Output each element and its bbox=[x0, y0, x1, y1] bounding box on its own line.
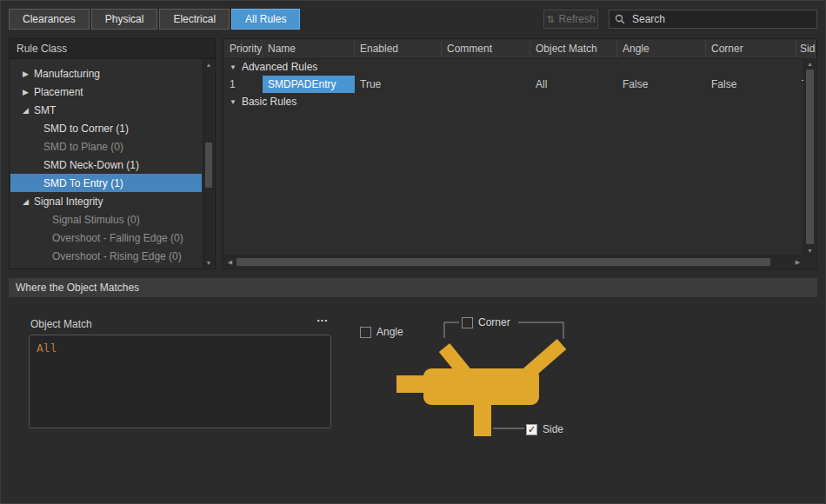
column-header-comment[interactable]: Comment bbox=[442, 40, 530, 58]
tree-item-label: SMD Neck-Down (1) bbox=[43, 159, 139, 171]
table-body: ▼ Advanced Rules 1 SMDPADEntry True All … bbox=[224, 58, 803, 110]
refresh-button[interactable]: ⇅ Refresh bbox=[543, 10, 598, 29]
collapse-icon[interactable]: ▶ bbox=[23, 88, 34, 96]
side-checkbox[interactable]: ✓ bbox=[526, 424, 537, 435]
object-match-label: Object Match bbox=[30, 318, 92, 330]
expand-icon[interactable]: ◢ bbox=[23, 106, 34, 115]
search-input[interactable] bbox=[630, 12, 811, 26]
tree-item-label: Overshoot - Rising Edge (0) bbox=[52, 250, 182, 262]
group-row-advanced-rules[interactable]: ▼ Advanced Rules bbox=[224, 58, 803, 76]
tree-item-manufacturing[interactable]: ▶ Manufacturing bbox=[10, 64, 202, 83]
corner-option: Corner bbox=[462, 316, 510, 328]
rule-category-tabs: Clearances Physical Electrical All Rules bbox=[9, 9, 300, 30]
search-box bbox=[609, 10, 817, 29]
tree-item-smd-to-plane[interactable]: SMD to Plane (0) bbox=[10, 137, 202, 156]
rule-class-panel-title: Rule Class bbox=[10, 39, 215, 59]
scrollbar-thumb[interactable] bbox=[205, 143, 212, 188]
query-builder-button[interactable]: ... bbox=[311, 312, 334, 326]
tree-item-label: SMD to Corner (1) bbox=[43, 123, 129, 135]
tree-item-label: Manufacturing bbox=[34, 68, 100, 80]
column-header-priority[interactable]: Priority bbox=[224, 40, 263, 58]
tree-vertical-scrollbar[interactable]: ▲ ▼ bbox=[203, 59, 214, 268]
smd-pad-shape bbox=[423, 368, 539, 405]
where-object-matches-header: Where the Object Matches bbox=[9, 278, 817, 297]
angle-checkbox[interactable] bbox=[360, 327, 371, 338]
side-option: ✓ Side bbox=[526, 423, 563, 435]
cell-object-match[interactable]: All bbox=[530, 76, 617, 93]
cell-corner[interactable]: False bbox=[706, 76, 796, 93]
tree-item-label: Overshoot - Falling Edge (0) bbox=[52, 232, 183, 244]
cell-angle[interactable]: False bbox=[617, 76, 706, 93]
column-header-enabled[interactable]: Enabled bbox=[355, 40, 442, 58]
scroll-up-icon[interactable]: ▲ bbox=[203, 59, 214, 70]
check-icon: ✓ bbox=[528, 425, 536, 434]
tree-item-label: Signal Stimulus (0) bbox=[52, 214, 140, 226]
expand-icon[interactable]: ◢ bbox=[23, 197, 34, 206]
group-row-basic-rules[interactable]: ▼ Basic Rules bbox=[224, 93, 803, 110]
column-header-angle[interactable]: Angle bbox=[617, 40, 706, 58]
collapse-group-icon[interactable]: ▼ bbox=[230, 63, 236, 71]
tree-item-label: SMD To Entry (1) bbox=[43, 177, 123, 189]
scroll-left-icon[interactable]: ◀ bbox=[224, 256, 236, 268]
cell-name[interactable]: SMDPADEntry bbox=[263, 76, 355, 93]
scrollbar-corner bbox=[803, 255, 816, 268]
table-header-row: Priority Name Enabled Comment Object Mat… bbox=[224, 40, 816, 59]
column-header-corner[interactable]: Corner bbox=[706, 40, 796, 58]
refresh-button-label: Refresh bbox=[559, 13, 596, 25]
tree-item-label: SMD to Plane (0) bbox=[43, 141, 123, 153]
side-entry-trace-left bbox=[396, 375, 428, 393]
tree-item-overshoot-rising[interactable]: Overshoot - Rising Edge (0) bbox=[10, 247, 202, 265]
tree-item-smt[interactable]: ◢ SMT bbox=[10, 101, 202, 119]
scroll-up-icon[interactable]: ▲ bbox=[804, 58, 816, 69]
group-label: Basic Rules bbox=[242, 96, 296, 108]
tree-item-label: Placement bbox=[34, 86, 83, 98]
table-row[interactable]: 1 SMDPADEntry True All False False True bbox=[224, 76, 803, 93]
refresh-icon: ⇅ bbox=[546, 15, 554, 24]
column-header-object-match[interactable]: Object Match bbox=[530, 40, 617, 58]
pcb-rules-editor-window: Clearances Physical Electrical All Rules… bbox=[0, 0, 826, 504]
scrollbar-thumb[interactable] bbox=[806, 70, 814, 244]
tree-item-label: SMT bbox=[34, 104, 56, 116]
tree-item-smd-neck-down[interactable]: SMD Neck-Down (1) bbox=[10, 156, 202, 174]
corner-connector-left bbox=[444, 322, 459, 338]
tab-all-rules[interactable]: All Rules bbox=[231, 9, 300, 30]
column-header-name[interactable]: Name bbox=[263, 40, 355, 58]
cell-side[interactable]: True bbox=[796, 76, 803, 93]
side-checkbox-label: Side bbox=[543, 423, 563, 435]
column-header-side[interactable]: Side bbox=[796, 40, 816, 58]
scroll-down-icon[interactable]: ▼ bbox=[804, 245, 816, 255]
side-entry-trace-bottom bbox=[474, 400, 491, 436]
tree-item-smd-to-corner[interactable]: SMD to Corner (1) bbox=[10, 119, 202, 137]
scroll-right-icon[interactable]: ▶ bbox=[792, 256, 803, 268]
rules-table-panel: Priority Name Enabled Comment Object Mat… bbox=[223, 38, 817, 269]
corner-checkbox[interactable] bbox=[462, 317, 473, 328]
tree-item-placement[interactable]: ▶ Placement bbox=[10, 83, 202, 101]
rule-class-panel: Rule Class ▶ Manufacturing ▶ Placement ◢… bbox=[9, 38, 216, 269]
rule-class-tree: ▶ Manufacturing ▶ Placement ◢ SMT SMD to… bbox=[10, 59, 202, 268]
tab-electrical[interactable]: Electrical bbox=[159, 9, 230, 30]
collapse-group-icon[interactable]: ▼ bbox=[230, 98, 236, 106]
collapse-icon[interactable]: ▶ bbox=[23, 70, 34, 78]
corner-connector-right bbox=[518, 322, 563, 339]
tab-clearances[interactable]: Clearances bbox=[9, 9, 90, 30]
search-icon bbox=[615, 14, 625, 24]
object-match-query-editor[interactable]: All bbox=[29, 335, 331, 428]
group-label: Advanced Rules bbox=[242, 61, 317, 73]
table-vertical-scrollbar[interactable]: ▲ ▼ bbox=[803, 58, 816, 255]
table-horizontal-scrollbar[interactable]: ◀ ▶ bbox=[224, 255, 803, 268]
angle-checkbox-label: Angle bbox=[376, 326, 403, 338]
tab-physical[interactable]: Physical bbox=[91, 9, 158, 30]
corner-checkbox-label: Corner bbox=[478, 316, 510, 328]
cell-enabled[interactable]: True bbox=[355, 76, 442, 93]
angle-option: Angle bbox=[360, 326, 403, 338]
tree-item-smd-to-entry[interactable]: SMD To Entry (1) bbox=[10, 174, 202, 192]
cell-priority[interactable]: 1 bbox=[224, 76, 263, 93]
tree-item-signal-stimulus[interactable]: Signal Stimulus (0) bbox=[10, 210, 202, 229]
tree-item-overshoot-falling[interactable]: Overshoot - Falling Edge (0) bbox=[10, 229, 202, 247]
tree-item-signal-integrity[interactable]: ◢ Signal Integrity bbox=[10, 192, 202, 210]
scrollbar-thumb[interactable] bbox=[236, 258, 770, 266]
scroll-down-icon[interactable]: ▼ bbox=[203, 257, 214, 268]
tree-item-label: Signal Integrity bbox=[34, 196, 103, 208]
